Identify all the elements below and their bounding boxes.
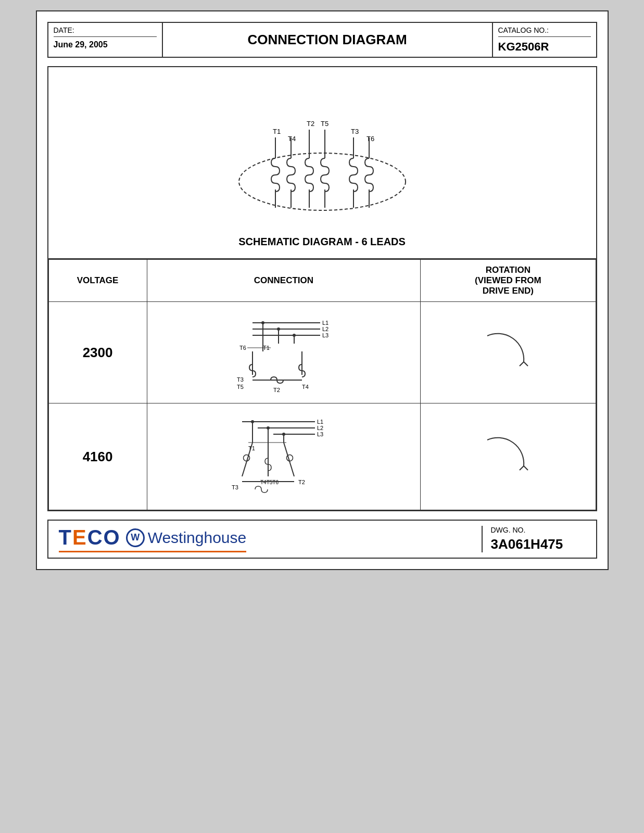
svg-point-0 [239, 153, 406, 210]
w-circle: W [126, 528, 145, 547]
main-content-box: T1 T2 T3 T4 T5 T6 SCHEMATIC DIAGRAM - 6 … [47, 66, 597, 511]
col-rotation-header: ROTATION(VIEWED FROMDRIVE END) [421, 260, 596, 302]
date-label: DATE: [54, 26, 157, 37]
rotation-4160 [421, 403, 596, 510]
schematic-section: T1 T2 T3 T4 T5 T6 SCHEMATIC DIAGRAM - 6 … [48, 67, 596, 259]
svg-text:L1: L1 [317, 419, 323, 425]
dwg-label: DWG. NO. [491, 526, 586, 534]
connection-2300: L1 L2 L3 T6 [147, 302, 421, 403]
catalog-value: KG2506R [498, 40, 549, 53]
svg-text:T2: T2 [273, 387, 280, 393]
rotation-arc-2300-svg [477, 325, 539, 377]
table-row-2300: 2300 L1 L2 L3 [48, 302, 596, 403]
table-header-row: VOLTAGE CONNECTION ROTATION(VIEWED FROMD… [48, 260, 596, 302]
teco-logo-text: TECO [59, 526, 121, 549]
westinghouse-name: Westinghouse [148, 529, 247, 547]
schematic-title: SCHEMATIC DIAGRAM - 6 LEADS [54, 231, 591, 253]
svg-text:T2: T2 [298, 479, 305, 485]
rotation-arc-4160-svg [477, 430, 539, 482]
header-date-section: DATE: June 29, 2005 [48, 23, 163, 57]
footer-dwg-section: DWG. NO. 3A061H475 [482, 526, 586, 552]
svg-text:L2: L2 [322, 326, 329, 332]
date-value: June 29, 2005 [54, 40, 108, 49]
t1-label: T1 [273, 128, 281, 135]
table-row-4160: 4160 L1 L2 L3 [48, 403, 596, 510]
logo-underline [59, 551, 247, 552]
svg-text:T3: T3 [232, 484, 238, 490]
svg-text:L1: L1 [322, 320, 329, 326]
svg-text:L3: L3 [317, 431, 323, 437]
col-voltage-header: VOLTAGE [48, 260, 147, 302]
rotation-2300 [421, 302, 596, 403]
t6-label: T6 [367, 135, 374, 143]
svg-text:L2: L2 [317, 425, 323, 431]
voltage-4160: 4160 [48, 403, 147, 510]
voltage-2300: 2300 [48, 302, 147, 403]
header-catalog-section: CATALOG NO.: KG2506R [492, 23, 596, 57]
footer-logo-area: TECO W Westinghouse [59, 526, 482, 552]
six-lead-schematic-svg: T1 T2 T3 T4 T5 T6 [213, 78, 432, 223]
col-connection-header: CONNECTION [147, 260, 421, 302]
t5-label: T5 [321, 120, 329, 128]
delta-connection-svg: L1 L2 L3 T6 [211, 307, 357, 396]
svg-text:L3: L3 [322, 332, 329, 338]
connection-table: VOLTAGE CONNECTION ROTATION(VIEWED FROMD… [48, 259, 596, 510]
header: DATE: June 29, 2005 CONNECTION DIAGRAM C… [47, 22, 597, 58]
svg-text:T6: T6 [239, 345, 246, 351]
header-title: CONNECTION DIAGRAM [163, 23, 492, 57]
t4-label: T4 [288, 135, 296, 143]
page: DATE: June 29, 2005 CONNECTION DIAGRAM C… [36, 10, 609, 570]
connection-4160: L1 L2 L3 T1 [147, 403, 421, 510]
dwg-value: 3A061H475 [491, 536, 563, 552]
svg-text:T4: T4 [302, 384, 309, 390]
footer: TECO W Westinghouse DWG. NO. 3A061H475 [47, 520, 597, 559]
wye-connection-svg: L1 L2 L3 T1 [211, 409, 357, 502]
westinghouse-logo: W Westinghouse [126, 528, 247, 547]
svg-text:T4T5T6: T4T5T6 [260, 479, 279, 485]
svg-text:T3: T3 [237, 376, 244, 383]
t2-label: T2 [307, 120, 314, 128]
t3-label: T3 [351, 128, 359, 135]
svg-text:T5: T5 [237, 384, 244, 390]
catalog-label: CATALOG NO.: [498, 26, 591, 37]
